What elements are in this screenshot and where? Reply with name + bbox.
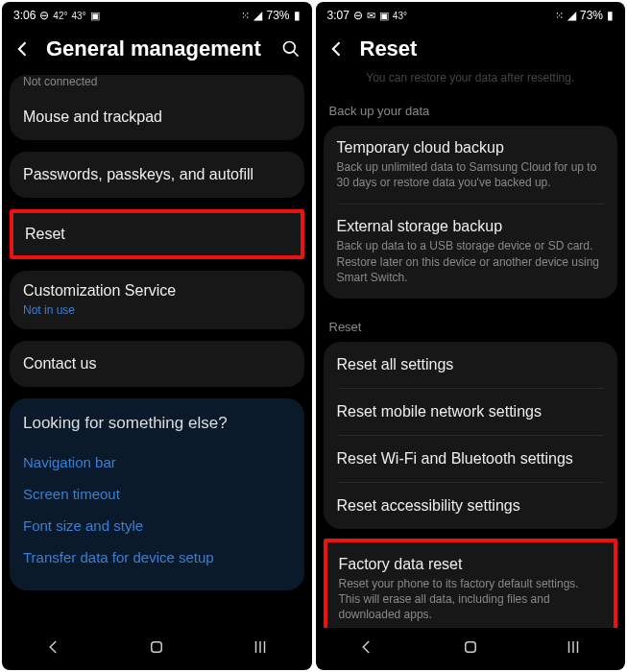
link-navigation-bar[interactable]: Navigation bar — [23, 446, 291, 478]
header: Reset — [316, 29, 626, 71]
section-reset-label: Reset — [324, 310, 618, 342]
card-passwords[interactable]: Passwords, passkeys, and autofill — [10, 152, 304, 198]
item-sub: Not in use — [23, 302, 291, 318]
page-title: Reset — [360, 36, 615, 61]
status-temp: 43° — [393, 11, 407, 21]
link-transfer-data[interactable]: Transfer data for device setup — [23, 541, 291, 573]
image-icon: ▣ — [379, 10, 389, 22]
item-sub: Back up data to a USB storage device or … — [337, 238, 605, 285]
back-button[interactable] — [545, 631, 601, 667]
card-backup: Temporary cloud backup Back up unlimited… — [324, 126, 618, 299]
item-reset-mobile[interactable]: Reset mobile network settings — [324, 389, 618, 435]
android-navbar — [316, 628, 626, 670]
item-mouse-trackpad[interactable]: Mouse and trackpad — [10, 94, 304, 140]
card-group-1: Not connected Mouse and trackpad — [10, 75, 304, 140]
image-icon: ▣ — [90, 10, 100, 22]
content: You can restore your data after resettin… — [316, 71, 626, 628]
header: General management — [2, 29, 312, 75]
status-time: 3:06 — [13, 9, 36, 22]
item-label: Reset all settings — [337, 356, 605, 373]
status-temp2: 43° — [71, 11, 85, 21]
recent-button[interactable] — [339, 631, 395, 667]
item-reset-accessibility[interactable]: Reset accessibility settings — [324, 483, 618, 529]
section-backup-label: Back up your data — [324, 94, 618, 126]
status-bar: 3:07 ⊖ ✉ ▣ 43° ⁙ ◢ 73% ▮ — [316, 2, 626, 29]
signal-icon: ◢ — [567, 9, 576, 22]
wifi-icon: ⁙ — [241, 10, 250, 22]
item-sub: Back up unlimited data to Samsung Cloud … — [337, 159, 605, 190]
card-factory-reset[interactable]: Factory data reset Reset your phone to i… — [324, 539, 618, 628]
item-label: Temporary cloud backup — [337, 139, 605, 156]
item-label: Customization Service — [23, 282, 291, 300]
battery-pct: 73% — [266, 9, 289, 22]
phone-right: 3:07 ⊖ ✉ ▣ 43° ⁙ ◢ 73% ▮ Reset You can r… — [316, 2, 626, 670]
card-reset[interactable]: Reset — [10, 209, 304, 259]
svg-rect-1 — [152, 642, 162, 653]
card-contact[interactable]: Contact us — [10, 341, 304, 387]
link-font-size[interactable]: Font size and style — [23, 510, 291, 541]
item-label: Mouse and trackpad — [23, 108, 291, 126]
recent-button[interactable] — [26, 631, 82, 667]
item-label: Reset — [25, 226, 103, 243]
not-connected-label: Not connected — [10, 75, 304, 94]
item-label: Reset mobile network settings — [337, 403, 605, 420]
home-button[interactable] — [129, 631, 184, 667]
item-label: Factory data reset — [339, 556, 603, 573]
wifi-icon: ⁙ — [555, 10, 564, 22]
signal-icon: ◢ — [253, 9, 262, 22]
phone-left: 3:06 ⊖ 42° 43° ▣ ⁙ ◢ 73% ▮ General manag… — [2, 2, 312, 670]
card-customization[interactable]: Customization Service Not in use — [10, 271, 304, 329]
page-title: General management — [46, 36, 268, 61]
card-reset-options: Reset all settings Reset mobile network … — [324, 342, 618, 529]
item-label: Contact us — [23, 355, 291, 372]
status-temp1: 42° — [53, 11, 67, 21]
status-time: 3:07 — [327, 9, 350, 22]
dnd-icon: ⊖ — [353, 9, 363, 22]
status-bar: 3:06 ⊖ 42° 43° ▣ ⁙ ◢ 73% ▮ — [2, 2, 312, 29]
svg-point-0 — [283, 42, 295, 54]
battery-icon: ▮ — [607, 9, 614, 22]
android-navbar — [2, 628, 312, 670]
svg-rect-2 — [466, 642, 476, 653]
item-sub: Reset your phone to its factory default … — [339, 576, 603, 623]
item-label: Reset accessibility settings — [337, 497, 605, 515]
card-looking: Looking for something else? Navigation b… — [10, 398, 304, 590]
search-icon[interactable] — [281, 39, 301, 59]
item-label: Reset Wi-Fi and Bluetooth settings — [337, 450, 605, 468]
back-icon[interactable] — [327, 39, 347, 59]
item-reset-all[interactable]: Reset all settings — [324, 342, 618, 388]
home-button[interactable] — [443, 631, 498, 667]
content: Not connected Mouse and trackpad Passwor… — [2, 75, 312, 628]
item-reset-wifi-bt[interactable]: Reset Wi-Fi and Bluetooth settings — [324, 436, 618, 482]
battery-icon: ▮ — [294, 9, 301, 22]
dnd-icon: ⊖ — [39, 9, 49, 22]
back-icon[interactable] — [13, 39, 33, 59]
item-label: Passwords, passkeys, and autofill — [23, 166, 291, 183]
item-temp-cloud-backup[interactable]: Temporary cloud backup Back up unlimited… — [324, 126, 618, 204]
mail-icon: ✉ — [367, 10, 375, 22]
item-label: External storage backup — [337, 218, 605, 235]
back-button[interactable] — [232, 631, 288, 667]
truncated-text: You can restore your data after resettin… — [324, 71, 618, 94]
looking-heading: Looking for something else? — [23, 414, 291, 433]
link-screen-timeout[interactable]: Screen timeout — [23, 478, 291, 510]
item-external-backup[interactable]: External storage backup Back up data to … — [324, 204, 618, 299]
battery-pct: 73% — [580, 9, 603, 22]
